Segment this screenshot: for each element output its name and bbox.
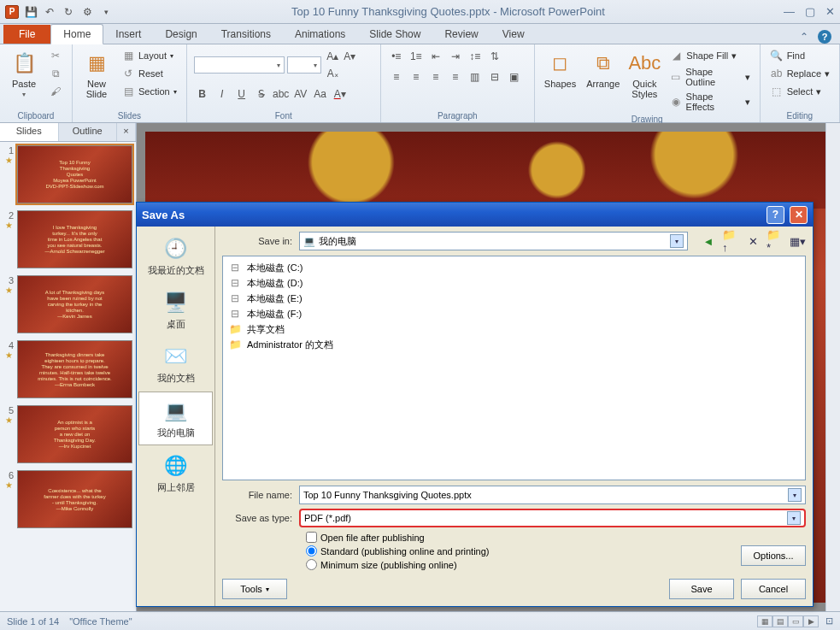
undo-icon[interactable]: ↶ [43,5,56,19]
font-size-combo[interactable]: ▾ [287,56,322,74]
tab-transitions[interactable]: Transitions [209,25,283,44]
slide-thumbnail[interactable]: 1★Top 10 FunnyThanksgivingQuotesMoyea Po… [3,145,132,203]
views-icon[interactable]: ▦▾ [789,233,806,250]
case-icon[interactable]: Aa [312,85,329,103]
slide-thumbnail[interactable]: 5★An optimist is aperson who startsa new… [3,405,132,463]
italic-icon[interactable]: I [214,85,231,103]
slide-thumbnail[interactable]: 4★Thanksgiving dinners takeeighteen hour… [3,340,132,398]
place-我最近的文档[interactable]: 🕘我最近的文档 [138,230,213,282]
strike-icon[interactable]: S̶ [253,85,270,103]
maximize-icon[interactable]: ▢ [805,5,815,18]
minimize-icon[interactable]: — [784,5,795,18]
quick-styles-button[interactable]: AbcQuick Styles [627,48,661,101]
tab-review[interactable]: Review [432,25,490,44]
slides-tab[interactable]: Slides [0,123,59,141]
fit-window-icon[interactable]: ⊡ [825,615,833,627]
file-item[interactable]: ⊟本地磁盘 (D:) [226,275,802,291]
align-center-icon[interactable]: ≡ [408,68,425,85]
indent-dec-icon[interactable]: ⇤ [427,48,444,65]
qat-customize-icon[interactable]: ⚙ [80,5,94,19]
grow-font-icon[interactable]: A▴ [324,48,341,65]
tab-design[interactable]: Design [153,25,209,44]
shadow-icon[interactable]: abc [273,85,290,103]
tab-insert[interactable]: Insert [103,25,153,44]
cancel-button[interactable]: Cancel [741,579,806,599]
align-right-icon[interactable]: ≡ [427,68,444,85]
normal-view-icon[interactable]: ▦ [757,615,772,627]
arrange-button[interactable]: ⧉Arrange [584,48,622,91]
justify-icon[interactable]: ≡ [447,68,464,85]
numbering-icon[interactable]: 1≡ [408,48,425,65]
reading-view-icon[interactable]: ▭ [788,615,803,627]
cut-button[interactable]: ✂ [46,48,65,63]
thumbnails-list[interactable]: 1★Top 10 FunnyThanksgivingQuotesMoyea Po… [0,142,136,611]
vertical-scrollbar[interactable] [825,123,840,611]
bold-icon[interactable]: B [194,85,211,103]
shrink-font-icon[interactable]: A▾ [341,48,358,65]
new-slide-button[interactable]: ▦ New Slide [79,48,114,101]
underline-icon[interactable]: U [233,85,250,103]
optimize-standard-radio[interactable]: Standard (publishing online and printing… [306,545,490,556]
file-list[interactable]: ⊟本地磁盘 (C:)⊟本地磁盘 (D:)⊟本地磁盘 (E:)⊟本地磁盘 (F:)… [222,256,806,480]
qat-dropdown-icon[interactable]: ▾ [99,5,113,19]
font-family-combo[interactable]: ▾ [194,56,285,74]
optimize-minimum-radio[interactable]: Minimum size (publishing online) [306,559,490,570]
back-icon[interactable]: ◄ [700,233,717,250]
text-direction-icon[interactable]: ⇅ [486,48,503,65]
file-tab[interactable]: File [3,25,50,44]
close-panel-icon[interactable]: × [117,123,136,141]
delete-icon[interactable]: ✕ [744,233,761,250]
slide-thumbnail[interactable]: 3★A lot of Thanksgiving dayshave been ru… [3,275,132,333]
new-folder-icon[interactable]: 📁* [767,233,784,250]
save-button[interactable]: Save [669,579,734,599]
paste-button[interactable]: 📋 Paste ▾ [7,48,41,100]
sorter-view-icon[interactable]: ▤ [772,615,788,627]
place-我的电脑[interactable]: 💻我的电脑 [138,392,213,445]
close-window-icon[interactable]: ✕ [825,5,835,18]
format-painter-button[interactable]: 🖌 [46,84,65,99]
save-icon[interactable]: 💾 [24,5,38,19]
file-item[interactable]: 📁Administrator 的文档 [226,337,802,352]
select-button[interactable]: ⬚Select ▾ [767,84,832,99]
tab-view[interactable]: View [490,25,537,44]
file-item[interactable]: 📁共享文档 [226,321,802,337]
slideshow-view-icon[interactable]: ▶ [803,615,819,627]
bullets-icon[interactable]: •≡ [388,48,405,65]
open-after-checkbox[interactable]: Open file after publishing [306,532,806,543]
shape-outline-button[interactable]: ▭Shape Outline ▾ [667,66,752,88]
shape-effects-button[interactable]: ◉Shape Effects ▾ [667,91,752,113]
columns-icon[interactable]: ▥ [467,68,484,85]
help-icon[interactable]: ? [818,30,831,44]
align-left-icon[interactable]: ≡ [388,68,405,85]
shape-fill-button[interactable]: ◢Shape Fill ▾ [667,48,752,63]
outline-tab[interactable]: Outline [59,123,118,141]
tools-button[interactable]: Tools ▾ [222,579,287,599]
smartart-icon[interactable]: ▣ [506,68,523,85]
shapes-button[interactable]: ◻Shapes [542,48,579,91]
tab-animations[interactable]: Animations [283,25,357,44]
filename-field[interactable]: Top 10 Funny Thanksgiving Quotes.pptx ▾ [299,486,806,504]
slide-thumbnail[interactable]: 2★I love Thanksgivingturkey... It's the … [3,210,132,268]
up-icon[interactable]: 📁↑ [722,233,739,250]
section-button[interactable]: ▤Section ▾ [119,84,179,99]
line-spacing-icon[interactable]: ↕≡ [467,48,484,65]
reset-button[interactable]: ↺Reset [119,66,179,81]
save-as-type-combo[interactable]: PDF (*.pdf) ▾ [299,509,806,527]
dialog-titlebar[interactable]: Save As ? ✕ [137,203,813,227]
clear-format-icon[interactable]: Aₓ [324,65,341,82]
indent-inc-icon[interactable]: ⇥ [447,48,464,65]
place-我的文档[interactable]: ✉️我的文档 [138,338,213,390]
slide-thumbnail[interactable]: 6★Coexistence... what thefarmer does wit… [3,470,132,528]
spacing-icon[interactable]: AV [292,85,309,103]
font-color-icon[interactable]: A▾ [332,85,349,103]
minimize-ribbon-icon[interactable]: ⌃ [797,30,811,44]
options-button[interactable]: Options... [741,545,806,566]
redo-icon[interactable]: ↻ [62,5,75,19]
dialog-close-icon[interactable]: ✕ [790,206,808,224]
file-item[interactable]: ⊟本地磁盘 (C:) [226,260,802,275]
save-in-combo[interactable]: 💻 我的电脑 ▾ [299,232,688,250]
replace-button[interactable]: abReplace ▾ [767,66,832,81]
file-item[interactable]: ⊟本地磁盘 (F:) [226,306,802,321]
tab-home[interactable]: Home [50,24,103,44]
tab-slideshow[interactable]: Slide Show [357,25,432,44]
